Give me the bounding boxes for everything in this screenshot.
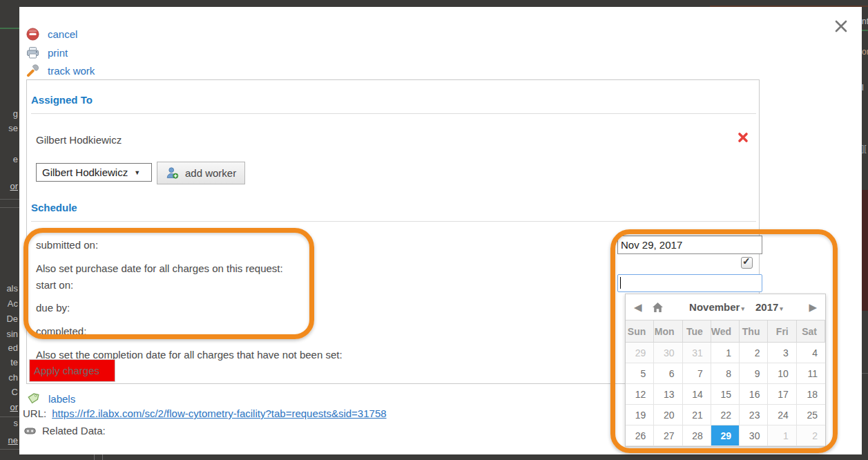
tag-icon bbox=[26, 392, 40, 405]
assigned-to-heading: Assigned To bbox=[31, 94, 93, 106]
calendar-day[interactable]: 13 bbox=[654, 384, 682, 405]
add-worker-button[interactable]: add worker bbox=[157, 162, 245, 184]
background-text-fragment: Ac bbox=[0, 298, 18, 309]
calendar-day[interactable]: 7 bbox=[683, 363, 711, 384]
year-select[interactable]: 2017▾ bbox=[755, 301, 783, 313]
purchase-date-checkbox[interactable]: ✓ bbox=[741, 257, 753, 269]
calendar-day[interactable]: 3 bbox=[768, 343, 796, 363]
calendar-header: ◀ November▾ 2017▾ ▶ bbox=[626, 294, 825, 320]
print-action[interactable]: print bbox=[26, 45, 68, 60]
labels-link[interactable]: labels bbox=[48, 393, 75, 405]
purchase-date-label: Also set purchase date for all charges o… bbox=[36, 262, 283, 274]
background-divider bbox=[862, 30, 868, 31]
section-divider bbox=[31, 113, 756, 114]
start-on-input[interactable] bbox=[617, 274, 762, 292]
calendar-day[interactable]: 5 bbox=[626, 363, 654, 384]
calendar-day[interactable]: 21 bbox=[683, 405, 711, 425]
background-left-strip: g se e or als Ac De sin ed te ch C or s … bbox=[0, 7, 19, 454]
background-text-fragment: se bbox=[0, 123, 18, 133]
day-header: Thu bbox=[740, 320, 768, 343]
background-text-fragment: ][ bbox=[862, 144, 868, 153]
checkmark-icon: ✓ bbox=[742, 256, 751, 267]
background-divider bbox=[862, 373, 868, 374]
chevron-down-icon: ▾ bbox=[780, 305, 783, 312]
year-label: 2017 bbox=[755, 301, 778, 313]
month-select[interactable]: November▾ bbox=[689, 301, 744, 313]
background-text-fragment: De bbox=[0, 314, 18, 324]
calendar-day[interactable]: 4 bbox=[797, 343, 825, 363]
calendar-day[interactable]: 30 bbox=[654, 343, 682, 363]
calendar-day[interactable]: 16 bbox=[740, 384, 768, 405]
background-divider bbox=[94, 454, 95, 460]
calendar-day[interactable]: 18 bbox=[797, 384, 825, 405]
background-divider bbox=[0, 207, 19, 208]
calendar-day[interactable]: 2 bbox=[740, 343, 768, 363]
month-label: November bbox=[689, 301, 740, 313]
calendar-day[interactable]: 1 bbox=[768, 425, 796, 446]
cancel-icon bbox=[26, 28, 39, 41]
add-person-icon bbox=[166, 166, 179, 180]
close-icon[interactable] bbox=[833, 18, 849, 35]
calendar-day[interactable]: 29 bbox=[626, 343, 654, 363]
print-icon bbox=[26, 46, 39, 59]
calendar-day[interactable]: 14 bbox=[683, 384, 711, 405]
calendar-day[interactable]: 17 bbox=[768, 384, 796, 405]
home-icon[interactable] bbox=[652, 302, 664, 313]
calendar-day[interactable]: 20 bbox=[654, 405, 682, 425]
background-text-fragment: ed bbox=[0, 343, 18, 353]
background-divider bbox=[0, 449, 19, 450]
print-link-label: print bbox=[48, 47, 68, 59]
calendar-day[interactable]: 30 bbox=[740, 425, 768, 446]
day-header: Tue bbox=[683, 320, 711, 343]
calendar-day[interactable]: 24 bbox=[768, 405, 796, 425]
next-month-icon[interactable]: ▶ bbox=[809, 302, 817, 312]
related-data-label: Related Data: bbox=[42, 425, 106, 437]
calendar-day[interactable]: 10 bbox=[768, 363, 796, 384]
calendar-day[interactable]: 8 bbox=[711, 363, 740, 384]
calendar-day[interactable]: 28 bbox=[683, 425, 711, 446]
calendar-day[interactable]: 6 bbox=[654, 363, 682, 384]
background-text-fragment: or bbox=[862, 47, 868, 57]
calendar-day[interactable]: 15 bbox=[711, 384, 740, 405]
calendar-day[interactable]: 31 bbox=[683, 343, 711, 363]
background-text-fragment: als bbox=[0, 283, 18, 294]
calendar-day[interactable]: 12 bbox=[626, 384, 654, 405]
background-text-fragment: nt bbox=[862, 17, 868, 26]
prev-month-icon[interactable]: ◀ bbox=[634, 302, 642, 312]
background-text-fragment: ne bbox=[0, 435, 18, 445]
calendar-day[interactable]: 26 bbox=[626, 425, 654, 446]
background-text-fragment: s bbox=[0, 418, 18, 428]
day-header: Sat bbox=[797, 320, 825, 343]
related-data-row: Related Data: bbox=[24, 425, 106, 437]
calendar-day[interactable]: 9 bbox=[740, 363, 768, 384]
background-right-strip: nt or l ][ bbox=[862, 7, 868, 454]
worker-select-value: Gilbert Hodkiewicz bbox=[42, 166, 128, 178]
calendar-day[interactable]: 22 bbox=[711, 405, 740, 425]
calendar-day[interactable]: 11 bbox=[797, 363, 825, 384]
background-divider bbox=[0, 28, 19, 29]
text-cursor bbox=[620, 277, 621, 289]
calendar-day[interactable]: 23 bbox=[740, 405, 768, 425]
track-work-action[interactable]: track work bbox=[26, 63, 95, 78]
background-text-fragment: e bbox=[0, 154, 18, 164]
request-url-link[interactable]: https://rf2.ilabx.com/sc/2/flow-cytometr… bbox=[52, 408, 386, 419]
submitted-on-input[interactable] bbox=[617, 236, 762, 254]
date-picker-popup: ◀ November▾ 2017▾ ▶ Sun Mon Tue Wed Thu … bbox=[625, 294, 826, 447]
remove-worker-icon[interactable] bbox=[737, 131, 749, 144]
background-highlight-row bbox=[862, 190, 868, 311]
background-text-fragment: te bbox=[0, 357, 18, 367]
calendar-day[interactable]: 27 bbox=[654, 425, 682, 446]
worker-select[interactable]: Gilbert Hodkiewicz ▼ bbox=[36, 163, 152, 182]
labels-row[interactable]: labels bbox=[26, 392, 75, 405]
calendar-day[interactable]: 25 bbox=[797, 405, 825, 425]
add-worker-label: add worker bbox=[185, 167, 236, 179]
cancel-action[interactable]: cancel bbox=[26, 26, 77, 41]
track-work-link-label: track work bbox=[48, 65, 95, 77]
section-divider bbox=[31, 221, 756, 222]
calendar-day[interactable]: 1 bbox=[711, 343, 740, 363]
apply-charges-button[interactable]: Apply charges bbox=[29, 359, 115, 382]
calendar-day[interactable]: 2 bbox=[797, 425, 825, 446]
background-text-fragment: C bbox=[0, 387, 18, 397]
calendar-day-selected[interactable]: 29 bbox=[711, 425, 740, 446]
calendar-day[interactable]: 19 bbox=[626, 405, 654, 425]
